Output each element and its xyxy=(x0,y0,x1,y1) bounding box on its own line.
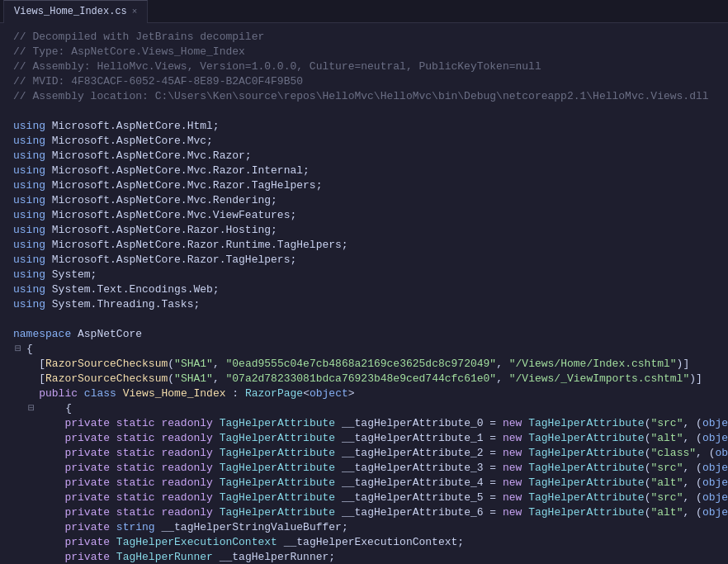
code-line: using Microsoft.AspNetCore.Html; xyxy=(0,119,728,134)
close-icon[interactable]: × xyxy=(132,7,138,17)
code-line: private static readonly TagHelperAttribu… xyxy=(0,416,728,431)
code-line: private TagHelperExecutionContext __tagH… xyxy=(0,535,728,550)
code-line: private static readonly TagHelperAttribu… xyxy=(0,476,728,491)
code-line: using Microsoft.AspNetCore.Mvc.Razor; xyxy=(0,149,728,164)
code-line: namespace AspNetCore xyxy=(0,327,728,342)
code-line: using Microsoft.AspNetCore.Razor.TagHelp… xyxy=(0,253,728,268)
code-line: private static readonly TagHelperAttribu… xyxy=(0,505,728,520)
code-line: private static readonly TagHelperAttribu… xyxy=(0,431,728,446)
code-line: ⊟ { xyxy=(0,401,728,416)
editor-container: Views_Home_Index.cs × // Decompiled with… xyxy=(0,0,728,564)
code-line: using Microsoft.AspNetCore.Razor.Hosting… xyxy=(0,223,728,238)
code-line: // Decompiled with JetBrains decompiler xyxy=(0,30,728,45)
code-line: private static readonly TagHelperAttribu… xyxy=(0,461,728,476)
code-line: ⊟{ xyxy=(0,342,728,357)
code-line: using Microsoft.AspNetCore.Mvc.ViewFeatu… xyxy=(0,208,728,223)
code-line: using System; xyxy=(0,268,728,282)
code-line: private static readonly TagHelperAttribu… xyxy=(0,446,728,461)
code-line: using Microsoft.AspNetCore.Mvc; xyxy=(0,134,728,149)
code-line: using Microsoft.AspNetCore.Mvc.Razor.Tag… xyxy=(0,178,728,193)
code-line: private TagHelperRunner __tagHelperRunne… xyxy=(0,550,728,564)
code-line: [RazorSourceChecksum("SHA1", "0ead9555c0… xyxy=(0,357,728,372)
code-line: // MVID: 4F83CACF-6052-45AF-8E89-B2AC0F4… xyxy=(0,74,728,89)
code-area: // Decompiled with JetBrains decompiler … xyxy=(0,23,728,564)
code-line xyxy=(0,312,728,327)
code-line: // Type: AspNetCore.Views_Home_Index xyxy=(0,45,728,59)
code-line: [RazorSourceChecksum("SHA1", "07a2d78233… xyxy=(0,372,728,386)
code-line: // Assembly location: C:\Users\Ken\sourc… xyxy=(0,89,728,104)
code-line: public class Views_Home_Index : RazorPag… xyxy=(0,386,728,401)
code-line: using Microsoft.AspNetCore.Mvc.Rendering… xyxy=(0,193,728,208)
code-line: using System.Text.Encodings.Web; xyxy=(0,282,728,297)
code-line xyxy=(0,104,728,119)
tab-label: Views_Home_Index.cs xyxy=(14,6,127,17)
editor-tab[interactable]: Views_Home_Index.cs × xyxy=(3,0,148,23)
code-line: // Assembly: HelloMvc.Views, Version=1.0… xyxy=(0,59,728,74)
code-line: using Microsoft.AspNetCore.Razor.Runtime… xyxy=(0,238,728,253)
code-line: private string __tagHelperStringValueBuf… xyxy=(0,520,728,535)
code-line: using Microsoft.AspNetCore.Mvc.Razor.Int… xyxy=(0,164,728,178)
code-line: using System.Threading.Tasks; xyxy=(0,297,728,312)
code-line: private static readonly TagHelperAttribu… xyxy=(0,491,728,505)
tab-bar: Views_Home_Index.cs × xyxy=(0,0,728,23)
